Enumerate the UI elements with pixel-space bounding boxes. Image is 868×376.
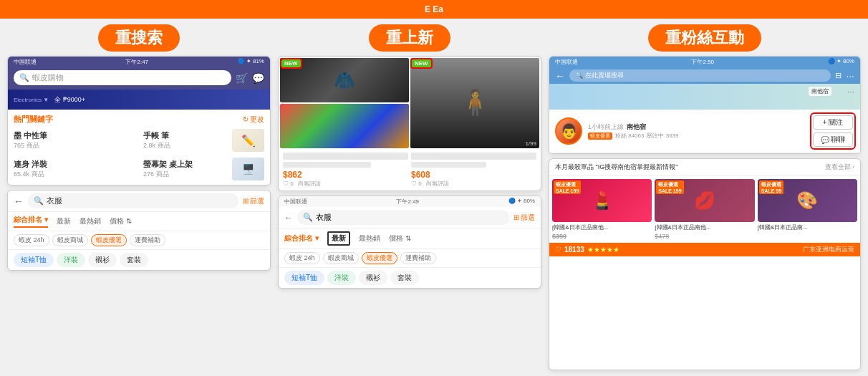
battery: 🔵 ✦ 81% xyxy=(238,58,264,66)
search-filter-screen: ← 🔍 衣服 ⊞ 篩選 綜合排名 ▾ 最新 最熱銷 價格 ⇅ xyxy=(7,190,271,271)
phone2-cat-shirt[interactable]: 襯衫 xyxy=(359,271,387,285)
product-thumb-1[interactable]: 💄 蝦皮優選SALE 199 [韓國&日本正品南他... $390 xyxy=(552,179,652,240)
search-icon-2: 🔍 xyxy=(303,213,313,222)
seller-info-row: 👨 1小時前上線 南他宿 蝦皮優選 粉絲 84063 關注中 3639 xyxy=(549,110,860,153)
left-heading: 重搜索 xyxy=(98,24,180,52)
phone2-tag-24h[interactable]: 蝦皮 24h xyxy=(284,252,320,264)
keyword-name-2: 手帳 筆 xyxy=(143,130,170,141)
filter-icon: ⊞ xyxy=(243,197,249,205)
filter-icon-2: ⊞ xyxy=(513,213,519,221)
right-column: 重粉絲互動 中国联通 下午2:50 🔵 ✦ 80% ← 🔍 在此賣場搜尋 ⊟ xyxy=(549,24,861,370)
seller-cover-area: 南他宿 ··· xyxy=(549,84,860,110)
thumb1-price: $390 xyxy=(552,233,566,240)
chat-icon: 💬 xyxy=(821,136,829,144)
following-count: 關注中 3639 xyxy=(647,132,678,140)
search-box[interactable]: 🔍 衣服 xyxy=(28,193,238,208)
thumb3-name: [韓國&日本正品南... xyxy=(758,222,857,233)
seller-nav: ← 🔍 在此賣場搜尋 ⊟ ··· xyxy=(549,67,860,84)
store-search-box[interactable]: 🔍 在此賣場搜尋 xyxy=(569,69,831,82)
thumb2-price: $478 xyxy=(655,233,669,240)
chat-button[interactable]: 💬 聊聊 xyxy=(813,132,853,147)
products-section: 本月最殺單品 "IG搜尋南他宿掌握最新情報" 查看全部 › 💄 蝦皮優選SALE… xyxy=(549,158,861,370)
filter-icon-seller[interactable]: ⊟ xyxy=(835,71,842,80)
phone2-tag-mall[interactable]: 蝦皮商城 xyxy=(323,252,359,264)
desk-thumb: 🖥️ xyxy=(232,158,264,180)
pen-thumb: ✏️ xyxy=(232,129,264,152)
search-screen-header: ← 🔍 衣服 ⊞ 篩選 xyxy=(8,191,270,212)
filter-tags: 蝦皮 24h 蝦皮商城 蝦皮優選 運費補助 xyxy=(8,231,270,250)
sort-tabs-bar: 綜合排名 ▾ 最新 最熱銷 價格 ⇅ xyxy=(8,212,270,231)
seller-action-buttons: + 關注 💬 聊聊 xyxy=(811,114,854,148)
hot-keywords-section: 熱門關鍵字 ↻ 更改 墨 中性筆 765 商品 xyxy=(8,110,270,185)
tag-24h[interactable]: 蝦皮 24h xyxy=(14,234,49,246)
phone2-status: 中国联通 下午2:49 🔵 ✦ 80% xyxy=(279,196,541,207)
keyword-count-3: 65.4k 商品 xyxy=(14,170,47,179)
left-column: 重搜索 中国联通 下午2:47 🔵 ✦ 81% 🔍 蝦皮購 xyxy=(7,24,271,370)
bt-icon: 🔵 ✦ xyxy=(238,58,253,64)
sort-tab-价格[interactable]: 價格 ⇅ xyxy=(110,216,132,226)
sort-tab-最新[interactable]: 最新 xyxy=(57,216,71,226)
phone2-sort-newest[interactable]: 最新 xyxy=(327,231,350,246)
bottom-stats-bar: ♡ 18133 ★★★★★ 广东亚洲电商运营 xyxy=(549,243,860,256)
filter-btn[interactable]: ⊞ 篩選 xyxy=(243,196,264,206)
cat-suit[interactable]: 套裝 xyxy=(120,253,148,267)
keywords-grid: 墨 中性筆 765 商品 手帳 筆 2.8k 商品 ✏️ xyxy=(14,129,264,180)
phone2-cat-suit[interactable]: 套裝 xyxy=(390,271,419,285)
middle-heading-container: 重上新 xyxy=(278,24,541,52)
sort-tab-综合[interactable]: 綜合排名 ▾ xyxy=(14,215,48,228)
price-1: $862 xyxy=(283,170,408,180)
edit-link[interactable]: ↻ 更改 xyxy=(243,115,264,125)
product-img-black: 🧍 NEW 1/99 xyxy=(410,58,539,148)
keyword-count-1: 765 商品 xyxy=(14,141,47,150)
category-buttons: 短袖T恤 洋裝 襯衫 套裝 xyxy=(8,250,270,270)
tag-mall[interactable]: 蝦皮商城 xyxy=(52,234,88,246)
cat-shirt[interactable]: 襯衫 xyxy=(88,253,117,267)
phone2-cat-tshirt[interactable]: 短袖T恤 xyxy=(284,271,324,285)
back-icon-2[interactable]: ← xyxy=(284,213,293,223)
follow-button[interactable]: + 關注 xyxy=(813,115,853,130)
phone2-tag-preferred[interactable]: 蝦皮優選 xyxy=(362,252,397,264)
top-banner: E Ea xyxy=(0,0,868,19)
seller-avatar: 👨 xyxy=(555,117,582,145)
phone2-filter-tags: 蝦皮 24h 蝦皮商城 蝦皮優選 運費補助 xyxy=(279,249,541,268)
cart-icon[interactable]: 🛒 xyxy=(236,72,248,84)
seller-phone-mockup: 中国联通 下午2:50 🔵 ✦ 80% ← 🔍 在此賣場搜尋 ⊟ ··· 南他宿 xyxy=(549,56,861,154)
filter-btn-2[interactable]: ⊞ 篩選 xyxy=(513,213,535,223)
message-icon[interactable]: 💬 xyxy=(252,72,264,84)
phone2-sort-price[interactable]: 價格 ⇅ xyxy=(389,233,411,244)
search-input-box[interactable]: 🔍 蝦皮購物 xyxy=(14,70,231,85)
phone2-sort-综合[interactable]: 綜合排名 ▾ xyxy=(284,233,319,244)
product-card-2: $608 ♡ 0 尚無評語 xyxy=(411,153,536,188)
hot-keywords-header: 熱門關鍵字 ↻ 更改 xyxy=(14,114,264,125)
phone2-tag-shipping[interactable]: 運費補助 xyxy=(400,252,436,264)
more-icon[interactable]: ··· xyxy=(846,70,854,82)
cat-tshirt[interactable]: 短袖T恤 xyxy=(14,253,54,267)
back-arrow-icon[interactable]: ← xyxy=(14,196,24,207)
phone2-cat-dress[interactable]: 洋裝 xyxy=(327,271,356,285)
product-thumb-2[interactable]: 💋 蝦皮優選SALE 199 [韓國&日本正品南他... $478 xyxy=(655,179,754,240)
product-thumb-3[interactable]: 🎨 蝦皮優選SALE 99 [韓國&日本正品南... xyxy=(758,179,857,240)
tag-shipping[interactable]: 運費補助 xyxy=(130,234,165,246)
back-icon-seller[interactable]: ← xyxy=(555,70,565,82)
watermark-text: 广东亚洲电商运营 xyxy=(803,245,854,254)
new-badge-2: NEW xyxy=(412,59,431,67)
tag-preferred[interactable]: 蝦皮優選 xyxy=(91,234,127,246)
phone2-sort-hot[interactable]: 最熱銷 xyxy=(359,233,380,244)
hot-keywords-title: 熱門關鍵字 xyxy=(14,114,53,125)
rating-2: ♡ 0 尚無評語 xyxy=(411,180,536,188)
phone2-search[interactable]: 🔍 衣服 xyxy=(297,210,509,225)
view-all-link[interactable]: 查看全部 › xyxy=(825,163,855,172)
phone-newest-mockup: 中国联通 下午2:49 🔵 ✦ 80% ← 🔍 衣服 ⊞ xyxy=(278,196,541,289)
keyword-item-4: 螢幕架 桌上架 276 商品 🖥️ xyxy=(143,158,264,180)
keyword-count-4: 276 商品 xyxy=(143,170,193,179)
search-icon-small: 🔍 xyxy=(34,196,44,206)
seller-details: 1小時前上線 南他宿 蝦皮優選 粉絲 84063 關注中 3639 xyxy=(588,122,806,140)
right-heading: 重粉絲互動 xyxy=(648,24,761,52)
sort-tab-热销[interactable]: 最熱銷 xyxy=(79,216,101,226)
carrier: 中国联通 xyxy=(14,58,37,66)
products-header: 本月最殺單品 "IG搜尋南他宿掌握最新情報" 查看全部 › xyxy=(549,159,860,176)
heart-icon: ♡ xyxy=(555,246,561,254)
keyword-name-1: 墨 中性筆 xyxy=(14,130,47,141)
product-images: 🧥 NEW 🧍 NEW 1/99 xyxy=(279,57,541,150)
cat-dress[interactable]: 洋裝 xyxy=(57,253,85,267)
